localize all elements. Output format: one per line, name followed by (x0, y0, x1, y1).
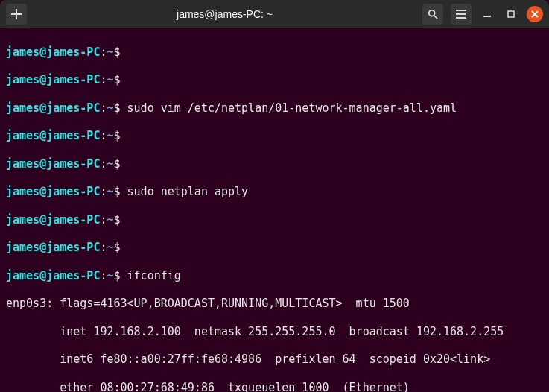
terminal-body[interactable]: james@james-PC:~$ james@james-PC:~$ jame… (0, 28, 549, 392)
close-button[interactable] (527, 6, 543, 22)
prompt-userhost: james@james-PC (6, 45, 100, 59)
command-text: ifconfig (127, 269, 181, 282)
prompt-userhost: james@james-PC (6, 129, 100, 142)
prompt-path: ~ (107, 73, 113, 86)
output-line: inet6 fe80::a00:27ff:fe68:4986 prefixlen… (6, 353, 543, 367)
output-line: inet 192.168.2.100 netmask 255.255.255.0… (6, 325, 543, 339)
prompt-line: james@james-PC:~$ (6, 241, 543, 255)
prompt-line: james@james-PC:~$ ifconfig (6, 269, 543, 283)
prompt-path: ~ (107, 45, 113, 59)
prompt-path: ~ (107, 269, 113, 282)
prompt-line: james@james-PC:~$ (6, 73, 543, 87)
prompt-userhost: james@james-PC (6, 213, 100, 227)
close-icon (531, 10, 539, 18)
svg-rect-2 (456, 10, 466, 11)
prompt-line: james@james-PC:~$ (6, 129, 543, 143)
hamburger-icon (456, 10, 466, 19)
prompt-sigil: $ (114, 73, 121, 86)
svg-rect-3 (456, 13, 466, 15)
prompt-line: james@james-PC:~$ sudo vim /etc/netplan/… (6, 101, 543, 116)
prompt-path: ~ (107, 129, 113, 142)
new-tab-button[interactable] (6, 4, 27, 25)
prompt-line: james@james-PC:~$ (6, 213, 543, 227)
svg-rect-5 (483, 16, 491, 17)
prompt-line: james@james-PC:~$ (6, 157, 543, 171)
prompt-sigil: $ (114, 157, 121, 171)
prompt-sigil: $ (114, 129, 121, 142)
prompt-userhost: james@james-PC (6, 101, 100, 115)
prompt-path: ~ (107, 157, 113, 171)
svg-point-0 (429, 10, 435, 16)
prompt-userhost: james@james-PC (6, 73, 100, 86)
search-button[interactable] (422, 4, 443, 25)
svg-rect-6 (508, 11, 514, 17)
output-line: enp0s3: flags=4163<UP,BROADCAST,RUNNING,… (6, 297, 543, 311)
prompt-sigil: $ (114, 45, 121, 59)
output-line: ether 08:00:27:68:49:86 txqueuelen 1000 … (6, 381, 543, 392)
prompt-sigil: $ (114, 185, 121, 198)
maximize-icon (507, 10, 515, 18)
prompt-sigil: $ (114, 269, 121, 282)
prompt-sigil: $ (114, 101, 121, 115)
prompt-userhost: james@james-PC (6, 185, 100, 198)
search-icon (428, 9, 438, 19)
svg-line-1 (434, 16, 437, 19)
plus-icon (11, 9, 22, 19)
command-text: sudo netplan apply (127, 185, 249, 198)
prompt-line: james@james-PC:~$ (6, 45, 543, 60)
maximize-button[interactable] (503, 6, 519, 22)
prompt-path: ~ (107, 185, 113, 198)
prompt-userhost: james@james-PC (6, 269, 100, 282)
minimize-icon (483, 10, 491, 18)
prompt-path: ~ (107, 101, 113, 115)
prompt-path: ~ (107, 213, 113, 227)
prompt-sigil: $ (114, 213, 121, 227)
menu-button[interactable] (451, 4, 472, 25)
prompt-userhost: james@james-PC (6, 241, 100, 254)
window-title: james@james-PC: ~ (31, 8, 418, 20)
command-text: sudo vim /etc/netplan/01-network-manager… (127, 101, 457, 115)
prompt-path: ~ (107, 241, 113, 254)
prompt-line: james@james-PC:~$ sudo netplan apply (6, 185, 543, 199)
minimize-button[interactable] (479, 6, 495, 22)
titlebar: james@james-PC: ~ (0, 0, 549, 28)
svg-rect-4 (456, 17, 466, 19)
prompt-userhost: james@james-PC (6, 157, 100, 171)
prompt-sigil: $ (114, 241, 121, 254)
